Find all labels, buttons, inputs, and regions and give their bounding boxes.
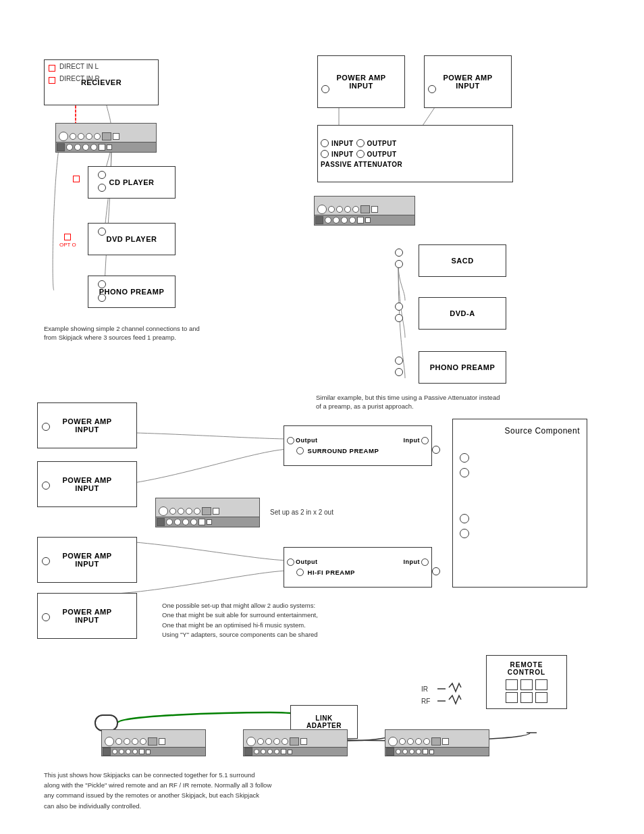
opt-o-label: OPT O: [59, 242, 76, 248]
power-amp-input-tr1: POWER AMPINPUT: [317, 55, 405, 108]
sacd-circle-2: [395, 260, 403, 268]
pa-m1-circle: [42, 423, 50, 431]
hifi-preamp-box: Output Input HI-FI PREAMP: [284, 547, 432, 588]
power-amp-input-m3: POWER AMPINPUT: [37, 537, 137, 583]
dvda-circle-1: [395, 303, 403, 311]
phono-preamp-tl-label: PHONO PREAMP: [99, 288, 164, 296]
power-amp-input-m1: POWER AMPINPUT: [37, 402, 137, 448]
pa-m4-circle: [42, 613, 50, 621]
opt-connector-1: [49, 65, 55, 72]
cd-opt-connector: [73, 176, 80, 182]
power-amp-input-m2: POWER AMPINPUT: [37, 461, 137, 507]
rf-label: RF: [421, 698, 430, 705]
remote-control-label: REMOTECONTROL: [508, 661, 545, 676]
hifi-right-circle: [432, 567, 440, 575]
sacd-circle-1: [395, 249, 403, 257]
power-amp-m4-label: POWER AMPINPUT: [62, 608, 111, 624]
direct-in-l-label: DIRECT IN L: [59, 63, 99, 70]
dvd-circle-1: [98, 228, 106, 236]
dvda-label: DVD-A: [450, 309, 475, 317]
pa-tr2-circle: [428, 85, 436, 93]
ir-label: IR: [421, 685, 428, 693]
surround-right-circle: [432, 446, 440, 454]
pa-m3-circle: [42, 557, 50, 565]
caption-top-left: Example showing simple 2 channel connect…: [44, 324, 213, 342]
cd-player-label: CD PLAYER: [109, 178, 154, 186]
page: RECIEVER DIRECT IN L DIRECT IN R CD PLAY…: [0, 0, 644, 834]
remote-control-box: REMOTECONTROL: [486, 655, 567, 709]
link-adapter-label: LINKADAPTER: [306, 714, 342, 729]
pa-m2-circle: [42, 481, 50, 490]
power-amp-tr2-label: POWER AMPINPUT: [443, 74, 492, 90]
dvd-opt-connector: [64, 234, 71, 240]
passive-attenuator-box: INPUT OUTPUT INPUT OUTPUT PASSIVE ATTENU…: [317, 125, 513, 182]
caption-top-right: Similar example, but this time using a P…: [316, 393, 505, 411]
phono-tl-circle-2: [98, 294, 106, 302]
power-amp-m3-label: POWER AMPINPUT: [62, 552, 111, 568]
pa-tr1-circle: [321, 85, 329, 93]
surround-preamp-box: Output Input SURROUND PREAMP: [284, 425, 432, 466]
phono-tr-circle-1: [395, 357, 403, 365]
direct-in-r-label: DIRECT IN R: [59, 75, 100, 82]
phono-tr-circle-2: [395, 368, 403, 376]
dvd-player-label: DVD PLAYER: [107, 235, 157, 243]
sacd-box: SACD: [419, 244, 506, 277]
power-amp-input-m4: POWER AMPINPUT: [37, 593, 137, 639]
power-amp-m2-label: POWER AMPINPUT: [62, 476, 111, 492]
power-amp-input-tr2: POWER AMPINPUT: [424, 55, 512, 108]
cd-circle-2: [98, 184, 106, 192]
opt-connector-2: [49, 77, 55, 84]
dvda-circle-2: [395, 314, 403, 322]
caption-middle: One possible set-up that might allow 2 a…: [162, 601, 452, 640]
sacd-label: SACD: [451, 257, 473, 265]
dvda-box: DVD-A: [419, 297, 506, 330]
phono-preamp-tr-label: PHONO PREAMP: [430, 363, 495, 371]
source-component-box: Source Component: [452, 419, 587, 588]
setup-label: Set up as 2 in x 2 out: [270, 509, 333, 516]
caption-bottom: This just shows how Skipjacks can be con…: [44, 770, 604, 811]
power-amp-tr1-label: POWER AMPINPUT: [336, 74, 385, 90]
phono-preamp-tr-box: PHONO PREAMP: [419, 351, 506, 384]
power-amp-m1-label: POWER AMPINPUT: [62, 417, 111, 434]
phono-tl-circle-1: [98, 280, 106, 288]
cd-circle-1: [98, 171, 106, 179]
source-component-label: Source Component: [505, 426, 580, 436]
